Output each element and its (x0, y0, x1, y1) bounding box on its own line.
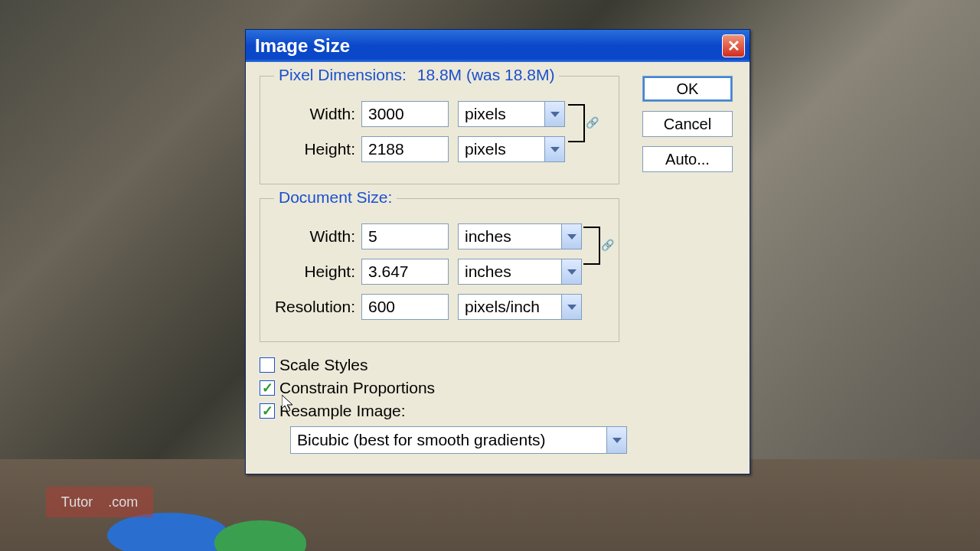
options-checkboxes: Scale Styles ✓ Constrain Proportions ✓ R… (260, 356, 736, 454)
resample-method: Bicubic (best for smooth gradients) (291, 431, 606, 449)
constrain-label: Constrain Proportions (279, 379, 435, 397)
doc-width-input[interactable] (361, 223, 449, 249)
pixel-width-unit: pixels (459, 105, 544, 123)
chain-link-icon: 🔗 (586, 116, 599, 129)
pixel-height-input[interactable] (361, 136, 449, 162)
checkbox-checked-icon: ✓ (260, 403, 275, 419)
auto-button[interactable]: Auto... (642, 146, 733, 172)
document-size-legend: Document Size: (274, 188, 397, 207)
doc-height-input[interactable] (361, 259, 449, 285)
resolution-unit-combo[interactable]: pixels/inch (458, 294, 582, 320)
pixel-height-unit: pixels (459, 140, 544, 158)
watermark: Tutor .com (46, 487, 153, 517)
chevron-down-icon (561, 224, 581, 249)
titlebar[interactable]: Image Size ✕ (246, 30, 750, 62)
watermark-left: Tutor (61, 494, 93, 510)
scale-styles-label: Scale Styles (279, 356, 368, 374)
chevron-down-icon (606, 427, 626, 453)
pixel-height-unit-combo[interactable]: pixels (458, 136, 565, 162)
document-size-group: Document Size: Width: inches Height: inc… (260, 198, 619, 342)
resolution-unit: pixels/inch (459, 298, 561, 316)
close-button[interactable]: ✕ (722, 34, 745, 57)
dialog-buttons: OK Cancel Auto... (642, 76, 736, 181)
scale-styles-checkbox[interactable]: Scale Styles (260, 356, 736, 374)
pixel-dimensions-legend-prefix: Pixel Dimensions: (279, 66, 407, 83)
pixel-width-input[interactable] (361, 101, 449, 127)
pixel-height-label: Height: (273, 140, 355, 158)
chevron-down-icon (544, 102, 564, 126)
chevron-down-icon (561, 295, 581, 319)
resample-method-combo[interactable]: Bicubic (best for smooth gradients) (290, 426, 627, 454)
doc-width-label: Width: (273, 227, 355, 246)
checkbox-icon (260, 357, 275, 373)
doc-width-unit: inches (459, 227, 561, 246)
link-bracket-icon (568, 104, 585, 142)
decorative-blob (107, 513, 230, 551)
dialog-content: OK Cancel Auto... Pixel Dimensions: 18.8… (246, 62, 750, 474)
close-icon: ✕ (727, 37, 740, 55)
doc-width-unit-combo[interactable]: inches (458, 223, 582, 249)
pixel-dimensions-legend: Pixel Dimensions: 18.8M (was 18.8M) (274, 66, 559, 84)
doc-height-unit-combo[interactable]: inches (458, 259, 582, 285)
image-size-dialog: Image Size ✕ OK Cancel Auto... Pixel Dim… (245, 29, 750, 474)
doc-height-label: Height: (273, 262, 355, 281)
pixel-dimensions-size: 18.8M (was 18.8M) (417, 66, 555, 83)
resolution-label: Resolution: (273, 298, 355, 316)
chain-link-icon: 🔗 (601, 239, 614, 251)
pixel-width-unit-combo[interactable]: pixels (458, 101, 565, 127)
resolution-input[interactable] (361, 294, 449, 320)
chevron-down-icon (561, 259, 581, 284)
pixel-width-label: Width: (273, 105, 355, 123)
dialog-title: Image Size (255, 35, 350, 57)
watermark-right: .com (108, 494, 138, 510)
doc-height-unit: inches (459, 262, 561, 281)
ok-button[interactable]: OK (642, 76, 733, 102)
checkbox-checked-icon: ✓ (260, 380, 275, 396)
resample-image-checkbox[interactable]: ✓ Resample Image: (260, 402, 736, 420)
link-bracket-icon (583, 227, 600, 265)
resample-label: Resample Image: (279, 402, 406, 420)
pixel-dimensions-group: Pixel Dimensions: 18.8M (was 18.8M) Widt… (260, 76, 619, 184)
chevron-down-icon (544, 137, 564, 161)
cancel-button[interactable]: Cancel (642, 111, 733, 137)
constrain-proportions-checkbox[interactable]: ✓ Constrain Proportions (260, 379, 736, 397)
